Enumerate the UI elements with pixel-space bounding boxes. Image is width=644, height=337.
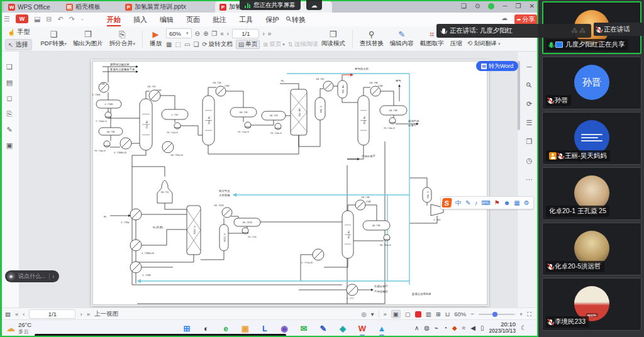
bookmark-icon[interactable]: ❏ xyxy=(6,63,13,71)
photos-app[interactable]: ▲ xyxy=(375,321,389,335)
main-menu-icon[interactable]: ☰ xyxy=(4,15,10,23)
keyboard-icon[interactable]: ⌨ xyxy=(481,199,490,206)
zoom-in-icon[interactable]: ⊕ xyxy=(203,30,208,37)
participant-tile[interactable]: apple李境民233 xyxy=(542,278,641,331)
zoom-combo[interactable]: 60%▾ xyxy=(166,28,192,38)
collapse-icon[interactable]: ─ xyxy=(527,63,532,70)
sogou-logo-icon[interactable]: S xyxy=(441,198,452,207)
mail-app[interactable]: ✉ xyxy=(297,321,311,335)
reaction-icons[interactable]: ⁂ ⁂ xyxy=(571,28,586,35)
caret-icon[interactable]: ▾ xyxy=(371,311,374,318)
skin-icon[interactable]: ⊙ xyxy=(475,3,480,9)
thumbnail-icon[interactable]: ▤ xyxy=(6,79,13,87)
next-page-nav-icon[interactable]: › xyxy=(80,311,82,318)
zoom-out-button[interactable]: − xyxy=(470,311,474,318)
participant-tile[interactable]: 化卓20-1 王孔焱 25 xyxy=(542,167,641,220)
fullscreen-icon[interactable]: ⛶ xyxy=(527,311,531,318)
start-button[interactable]: ⊞ xyxy=(180,321,194,335)
participant-tile[interactable]: 化卓20-5洪远哲 xyxy=(542,223,641,275)
play-button[interactable]: ▶播放 xyxy=(147,30,165,48)
restore-icon[interactable]: ❐ xyxy=(515,3,521,9)
meeting-app[interactable]: ◈ xyxy=(336,321,350,335)
continuous-button[interactable]: ⇅连续阅读 xyxy=(288,40,318,48)
taskbar-clock[interactable]: 20:10 2023/10/13 xyxy=(489,321,516,334)
browser-360[interactable]: e xyxy=(219,321,233,335)
pen-icon[interactable]: ✎ xyxy=(465,199,470,206)
record-icon[interactable] xyxy=(415,311,421,318)
quick-caret-icon[interactable]: ⌄ xyxy=(80,16,84,21)
pdf-page[interactable]: E-7309V-7306P-7306A/BVB-730PB-730A/BE-73… xyxy=(91,60,489,306)
search-taskbar[interactable]: ◐ xyxy=(199,321,213,335)
layout1-icon[interactable]: ▦ xyxy=(166,41,172,48)
wps-app[interactable]: W xyxy=(355,321,369,335)
document-tab[interactable]: 稻稻壳模板 xyxy=(62,1,128,13)
print-icon[interactable]: ⊟ xyxy=(46,15,52,23)
seal-icon[interactable]: ▣ xyxy=(6,141,13,150)
menu-tab-开始[interactable]: 开始 xyxy=(101,13,127,26)
menu-tab-编辑[interactable]: 编辑 xyxy=(153,13,180,26)
next-view-icon[interactable]: » xyxy=(384,311,387,318)
minimize-icon[interactable]: ─ xyxy=(502,3,507,9)
menu-tab-页面[interactable]: 页面 xyxy=(180,13,206,26)
edit-content-button[interactable]: ✎编辑内容 xyxy=(387,30,417,48)
document-tab[interactable]: WWPS Office xyxy=(4,1,69,13)
crop-icon[interactable]: ❒ xyxy=(526,138,533,146)
comment-placeholder[interactable]: 说点什么... xyxy=(18,272,46,280)
undo-icon[interactable]: ↶ xyxy=(58,15,64,23)
save-icon[interactable]: ⬓ xyxy=(34,15,40,23)
fit-width-icon[interactable]: ▥ xyxy=(426,311,431,318)
double-page-icon[interactable]: ▢ xyxy=(405,311,411,318)
menu-tab-保护[interactable]: 保护 xyxy=(259,13,286,26)
menu-tab-插入[interactable]: 插入 xyxy=(127,13,153,26)
participant-tile[interactable]: 王丽-昊天妈妈 xyxy=(542,112,641,165)
hand-tool-button[interactable]: ☝手型 xyxy=(5,27,32,37)
settings-icon[interactable]: ⚙ xyxy=(524,199,530,206)
edge-browser[interactable]: ◉ xyxy=(277,321,291,335)
prev-page-nav-icon[interactable]: ‹ xyxy=(23,311,25,318)
tray-battery-icon[interactable]: ▯ xyxy=(480,324,484,331)
split-merge-button[interactable]: ⎘拆分合并▾ xyxy=(106,30,139,48)
tray-volume-icon[interactable]: ◀ xyxy=(470,324,475,331)
collapse-chip-icon[interactable]: ‹ xyxy=(53,273,55,280)
split-view-icon[interactable]: ❏ xyxy=(461,3,467,9)
single-page-button[interactable]: ▤单页 xyxy=(236,40,260,49)
tray-shield-icon[interactable]: ◆ xyxy=(452,324,457,331)
double-page-button[interactable]: ⊞双页▾ xyxy=(263,40,284,48)
prev-view-button[interactable]: 上一视图 xyxy=(94,310,118,318)
layout3-icon[interactable]: ▭ xyxy=(184,41,190,48)
notes-app[interactable]: ✎ xyxy=(316,321,330,335)
zoom-out-icon[interactable]: ⊖ xyxy=(195,30,200,37)
meeting-cloud-button[interactable]: ☁ xyxy=(306,0,322,10)
menu-tab-批注[interactable]: 批注 xyxy=(206,13,233,26)
participant-tile[interactable]: 孙晋孙晋 xyxy=(542,57,641,109)
document-tab[interactable]: P加氢装置培训.pptx xyxy=(121,1,223,13)
redo-icon[interactable]: ↷ xyxy=(69,15,75,23)
adjust-icon[interactable]: ☰ xyxy=(526,119,533,127)
page-number-box[interactable]: 1/1 xyxy=(29,309,75,319)
input-method-bar[interactable]: S 中✎♪⌨⚑☻▦⚙ xyxy=(440,196,534,209)
window-controls[interactable]: ❏⊙─❐✕ xyxy=(461,3,535,9)
attachment-icon[interactable]: ⎘ xyxy=(7,110,13,118)
first-page-nav-icon[interactable]: « xyxy=(15,311,18,318)
share-button[interactable]: ➦分享 xyxy=(514,14,537,25)
vertical-scrollbar[interactable] xyxy=(518,61,520,130)
tray-network-icon[interactable]: ◍ xyxy=(424,324,430,331)
translate-word-button[interactable]: ⟲ 划词翻译 ▾ xyxy=(467,40,501,48)
next-page-icon[interactable]: › xyxy=(262,30,264,37)
prev-page-icon[interactable]: ‹ xyxy=(227,30,229,37)
signature-icon[interactable]: ✎ xyxy=(6,126,12,134)
file-explorer[interactable]: ▣ xyxy=(238,321,252,335)
weather-widget[interactable]: ☁ 26°C 多云 xyxy=(6,322,31,334)
emoji-icon[interactable]: ☻ xyxy=(504,199,511,206)
auto-view-icon[interactable]: ◎ xyxy=(361,311,366,318)
layout4-icon[interactable]: ❏ xyxy=(193,41,199,48)
sync-icon[interactable]: ⟳ xyxy=(526,100,532,108)
first-page-icon[interactable]: « xyxy=(220,30,224,37)
lang-zh-icon[interactable]: 中 xyxy=(455,199,462,207)
fit-page-icon[interactable]: ⊞ xyxy=(436,311,441,318)
skin-icon[interactable]: ⚑ xyxy=(494,199,500,206)
member-dot-icon[interactable] xyxy=(488,3,494,9)
tray-wifi-icon[interactable]: ≈ xyxy=(462,324,466,331)
find-replace-button[interactable]: ⚲查找替换 xyxy=(357,30,387,48)
zoom-slider[interactable] xyxy=(479,314,515,315)
